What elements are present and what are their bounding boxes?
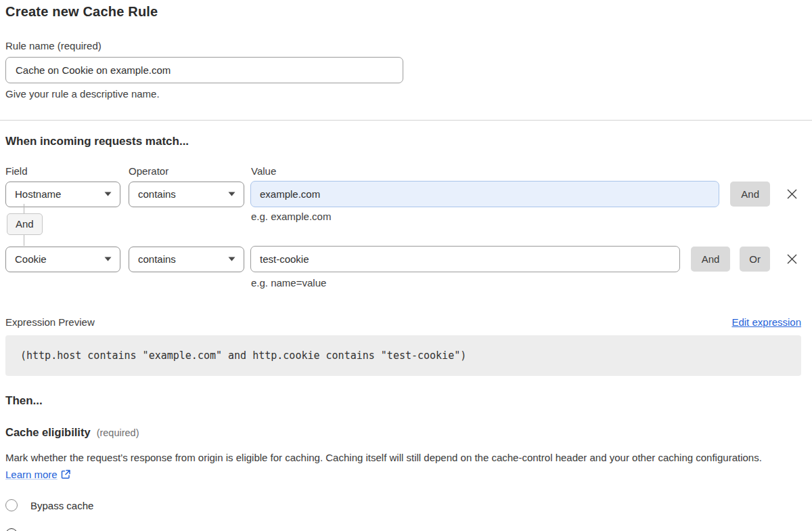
radio-icon — [5, 528, 18, 531]
remove-condition-button[interactable] — [784, 186, 800, 203]
radio-option-eligible-for-cache[interactable]: Eligible for cache — [5, 528, 801, 531]
close-icon — [786, 188, 798, 200]
expression-code: (http.host contains "example.com" and ht… — [20, 349, 466, 362]
condition-value-hint: e.g. example.com — [251, 211, 331, 222]
radio-label: Bypass cache — [30, 500, 93, 511]
value-input-wrap — [250, 181, 719, 207]
condition-connector-zone: And e.g. example.com — [5, 207, 801, 246]
chevron-down-icon — [104, 192, 112, 196]
condition-value-input[interactable] — [250, 181, 719, 207]
chevron-down-icon — [228, 192, 235, 196]
add-and-condition-button[interactable]: And — [691, 247, 731, 272]
condition-column-labels: Field Operator Value — [5, 165, 801, 177]
remove-condition-button[interactable] — [784, 251, 800, 268]
operator-select[interactable]: contains — [129, 182, 244, 207]
condition-row: Hostname contains And — [5, 181, 801, 207]
connector-and-chip[interactable]: And — [7, 213, 43, 235]
value-input-wrap — [250, 246, 680, 272]
rule-name-helper: Give your rule a descriptive name. — [5, 88, 801, 100]
required-tag: (required) — [97, 427, 139, 438]
then-heading: Then... — [5, 394, 801, 408]
rule-name-label: Rule name (required) — [5, 40, 801, 51]
match-heading: When incoming requests match... — [5, 135, 801, 148]
value-column-label: Value — [251, 165, 801, 177]
page-title: Create new Cache Rule — [5, 4, 801, 20]
condition-row: Cookie contains And Or — [5, 246, 801, 272]
expression-preview-label: Expression Preview — [5, 316, 95, 328]
chevron-down-icon — [104, 257, 112, 261]
operator-select-value: contains — [138, 188, 176, 200]
radio-label: Eligible for cache — [30, 529, 114, 531]
condition-value-input[interactable] — [250, 246, 680, 272]
operator-column-label: Operator — [129, 165, 251, 177]
cache-eligibility-header: Cache eligibility (required) — [5, 426, 801, 439]
condition-value-hint: e.g. name=value — [251, 277, 801, 289]
field-select[interactable]: Cookie — [5, 247, 120, 272]
cache-eligibility-title: Cache eligibility — [5, 426, 91, 439]
field-column-label: Field — [5, 165, 129, 177]
learn-more-link[interactable]: Learn more — [5, 469, 58, 480]
cache-eligibility-description: Mark whether the request’s response from… — [5, 449, 790, 483]
operator-select[interactable]: contains — [129, 247, 244, 272]
field-select-value: Hostname — [15, 188, 61, 200]
create-cache-rule-page: Create new Cache Rule Rule name (require… — [0, 0, 812, 531]
add-or-condition-button[interactable]: Or — [740, 247, 770, 272]
field-select[interactable]: Hostname — [5, 182, 120, 207]
description-text: Mark whether the request’s response from… — [5, 452, 762, 463]
close-icon — [786, 253, 798, 265]
chevron-down-icon — [228, 257, 235, 261]
edit-expression-link[interactable]: Edit expression — [731, 316, 801, 328]
add-and-condition-button[interactable]: And — [730, 182, 770, 207]
operator-select-value: contains — [138, 253, 176, 265]
external-link-icon — [61, 469, 71, 480]
field-select-value: Cookie — [15, 253, 47, 265]
expression-preview-header: Expression Preview Edit expression — [5, 316, 801, 328]
section-divider — [0, 120, 812, 121]
radio-option-bypass-cache[interactable]: Bypass cache — [5, 499, 801, 511]
rule-name-input[interactable] — [5, 57, 403, 83]
expression-preview-code-block: (http.host contains "example.com" and ht… — [5, 335, 801, 376]
radio-icon — [5, 499, 18, 511]
